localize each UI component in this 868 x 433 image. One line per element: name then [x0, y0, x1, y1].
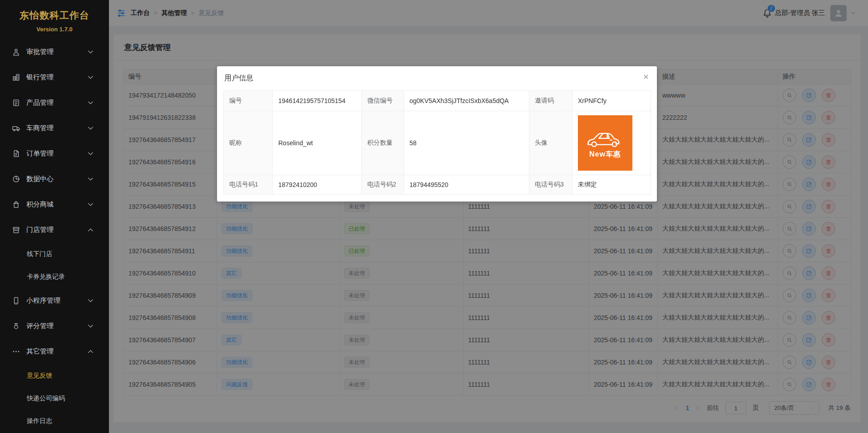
sidebar-subitem-offline-store[interactable]: 线下门店: [0, 242, 109, 265]
sidebar-subitem-express-code[interactable]: 快递公司编码: [0, 387, 109, 409]
sidebar-item-label: 其它管理: [26, 347, 86, 356]
sidebar-item-bank[interactable]: 银行管理: [0, 64, 109, 90]
user-info-label: 编号: [224, 91, 273, 111]
sidebar-item-label: 积分商城: [26, 200, 86, 209]
sidebar-item-label: 产品管理: [26, 98, 86, 107]
user-info-row: 编号1946142195757105154微信编号og0KV5AXh3SjJTf…: [224, 91, 651, 111]
user-info-label: 电话号码2: [362, 175, 404, 195]
modal-overlay: [109, 0, 868, 433]
user-info-label: 电话号码3: [529, 175, 572, 195]
user-info-label: 微信编号: [362, 91, 404, 111]
sidebar-item-other[interactable]: 其它管理: [0, 339, 109, 364]
user-info-value: 未绑定: [572, 175, 651, 195]
app-title: 东怡数科工作台: [0, 9, 109, 22]
product-icon: [12, 98, 20, 107]
chevron-up-icon: [86, 347, 95, 356]
chevron-down-icon: [86, 322, 95, 330]
chevron-down-icon: [86, 98, 95, 107]
sidebar-item-store[interactable]: 门店管理: [0, 217, 109, 242]
sidebar-item-data-center[interactable]: 数据中心: [0, 166, 109, 192]
sidebar-item-label: 审批管理: [26, 48, 86, 56]
user-info-label: 昵称: [224, 111, 273, 175]
modal-title: 用户信息: [224, 74, 253, 82]
sidebar-item-order[interactable]: 订单管理: [0, 141, 109, 166]
sidebar-item-rating[interactable]: 评分管理: [0, 313, 109, 339]
sidebar-item-label: 门店管理: [26, 226, 86, 234]
avatar-brand-text: New车惠: [589, 150, 621, 159]
chevron-down-icon: [86, 296, 95, 305]
approval-icon: [12, 48, 20, 56]
sidebar-item-mini-program[interactable]: 小程序管理: [0, 288, 109, 313]
user-info-label: 头像: [529, 111, 572, 175]
user-info-value: 1946142195757105154: [273, 91, 362, 111]
chevron-down-icon: [86, 48, 95, 56]
sidebar-subitem-feedback[interactable]: 意见反馈: [0, 364, 109, 387]
user-info-label: 邀请码: [529, 91, 572, 111]
data-icon: [12, 175, 20, 183]
chevron-down-icon: [86, 73, 95, 82]
bank-icon: [12, 73, 20, 82]
sidebar-subitem-operation-log[interactable]: 操作日志: [0, 409, 109, 432]
sidebar-item-label: 评分管理: [26, 322, 86, 330]
sidebar-item-product[interactable]: 产品管理: [0, 90, 109, 115]
dealer-icon: [12, 124, 20, 133]
user-avatar-image: New车惠: [578, 115, 632, 171]
chevron-down-icon: [86, 175, 95, 183]
user-info-value: 18792410200: [273, 175, 362, 195]
modal-header: 用户信息 ×: [217, 66, 657, 89]
chevron-up-icon: [86, 226, 95, 234]
sidebar-subitem-coupon-redeem-log[interactable]: 卡券兑换记录: [0, 265, 109, 288]
sidebar-item-dealer[interactable]: 车商管理: [0, 115, 109, 141]
user-info-value: 18794495520: [404, 175, 529, 195]
chevron-down-icon: [86, 200, 95, 209]
sidebar-item-points-mall[interactable]: 积分商城: [0, 192, 109, 217]
user-info-modal: 用户信息 × 编号1946142195757105154微信编号og0KV5AX…: [217, 66, 657, 202]
user-info-label: 电话号码1: [224, 175, 273, 195]
sidebar-item-label: 银行管理: [26, 73, 86, 82]
close-icon[interactable]: ×: [643, 72, 649, 81]
sidebar-item-approval[interactable]: 审批管理: [0, 39, 109, 64]
user-info-row: 电话号码118792410200电话号码218794495520电话号码3未绑定: [224, 175, 651, 195]
sidebar-item-label: 小程序管理: [26, 296, 86, 305]
app-version: Version 1.7.0: [0, 26, 109, 33]
user-info-row: 昵称Roselind_wt积分数量58头像 New车惠: [224, 111, 651, 175]
sidebar-item-label: 数据中心: [26, 175, 86, 183]
user-info-table: 编号1946142195757105154微信编号og0KV5AXh3SjJTf…: [223, 90, 651, 195]
user-info-value: XrPNFCfy: [572, 91, 651, 111]
sidebar-menu: 审批管理 银行管理 产品管理 车商管理: [0, 39, 109, 432]
user-info-value-avatar: New车惠: [572, 111, 651, 175]
user-info-value: og0KV5AXh3SjJTfzcISxbX6a5dQA: [404, 91, 529, 111]
chevron-down-icon: [86, 149, 95, 158]
other-icon: [12, 347, 20, 356]
chevron-down-icon: [86, 124, 95, 133]
sidebar-item-label: 车商管理: [26, 124, 86, 133]
sidebar: 东怡数科工作台 Version 1.7.0 审批管理 银行管理 产品管理: [0, 0, 109, 433]
mall-icon: [12, 200, 20, 209]
user-info-label: 积分数量: [362, 111, 404, 175]
miniapp-icon: [12, 296, 20, 305]
store-icon: [12, 226, 20, 234]
user-info-value: 58: [404, 111, 529, 175]
modal-body: 编号1946142195757105154微信编号og0KV5AXh3SjJTf…: [217, 89, 657, 202]
order-icon: [12, 149, 20, 158]
user-info-value: Roselind_wt: [273, 111, 362, 175]
sidebar-item-label: 订单管理: [26, 149, 86, 158]
rating-icon: [12, 322, 20, 330]
